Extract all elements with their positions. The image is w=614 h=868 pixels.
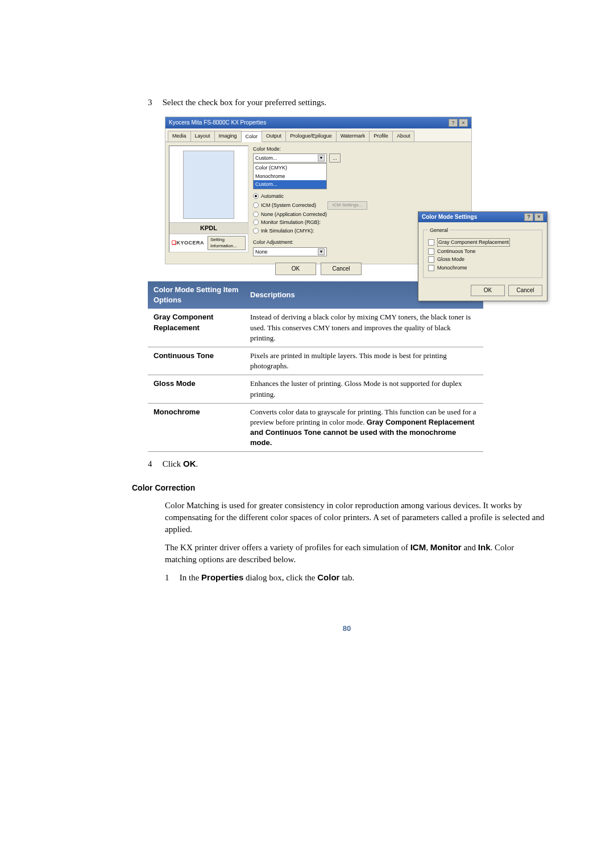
step-4-ok: OK	[183, 459, 196, 468]
color-mode-settings-dialog: Color Mode Settings ? × General Gray Com…	[418, 211, 547, 301]
table-row: Gloss Mode Enhances the luster of printi…	[148, 375, 483, 403]
color-mode-label: Color Mode:	[253, 146, 468, 153]
properties-dialog: Kyocera Mita FS-8000C KX Properties ? × …	[165, 117, 472, 264]
preview-pane: KPDL ❑KYOCERA Setting Information...	[169, 146, 248, 252]
cancel-button[interactable]: Cancel	[321, 263, 362, 275]
right-pane: Color Mode: Custom... ▼ Color (CMYK) Mon…	[248, 146, 468, 252]
close-icon[interactable]: ×	[459, 119, 468, 127]
checkbox-icon	[428, 248, 434, 255]
radio-dot-icon	[253, 228, 259, 234]
desc-ct: Pixels are printed in multiple layers. T…	[244, 347, 483, 375]
inner-titlebar: Color Mode Settings ? ×	[418, 212, 547, 222]
description-table: Color Mode Setting Item Options Descript…	[148, 281, 483, 452]
pdl-label: KPDL	[169, 222, 248, 234]
tab-color[interactable]: Color	[241, 131, 263, 142]
table-row: Gray Component Replacement Instead of de…	[148, 309, 483, 347]
radio-automatic[interactable]: Automatic	[253, 193, 468, 200]
step-4-prefix: Click	[163, 459, 183, 468]
preview-doc	[183, 151, 234, 219]
chk-gray-component-replacement[interactable]: Gray Component Replacement	[428, 238, 537, 247]
tab-profile[interactable]: Profile	[369, 131, 393, 142]
color-mode-value: Custom...	[255, 155, 277, 162]
radio-dot-icon	[253, 202, 259, 208]
desc-gcr: Instead of deriving a black color by mix…	[244, 309, 483, 347]
icm-settings-button[interactable]: ICM Settings...	[327, 201, 367, 210]
general-fieldset: General Gray Component Replacement Conti…	[423, 227, 542, 278]
step-4-suffix: .	[196, 459, 198, 468]
inner-titlebar-controls: ? ×	[524, 213, 544, 221]
table-row: Monochrome Converts color data to graysc…	[148, 403, 483, 452]
chevron-down-icon: ▼	[318, 155, 325, 161]
tab-imaging[interactable]: Imaging	[214, 131, 242, 142]
tab-about[interactable]: About	[392, 131, 415, 142]
ok-button[interactable]: OK	[275, 263, 316, 275]
dialog-buttons: OK Cancel	[275, 263, 362, 275]
th-options: Color Mode Setting Item Options	[148, 281, 244, 309]
screenshot-container: Kyocera Mita FS-8000C KX Properties ? × …	[165, 117, 546, 264]
tab-layout[interactable]: Layout	[190, 131, 215, 142]
opt-gcr: Gray Component Replacement	[148, 309, 244, 347]
checkbox-icon	[428, 256, 434, 263]
step-3-text: Select the check box for your preferred …	[163, 98, 326, 107]
help-icon[interactable]: ?	[524, 213, 533, 221]
step-1b-num: 1	[165, 572, 177, 584]
opt-ct: Continuous Tone	[148, 347, 244, 375]
chevron-down-icon: ▼	[318, 248, 325, 255]
chk-continuous-tone[interactable]: Continuous Tone	[428, 248, 537, 255]
color-mode-combo[interactable]: Custom... ▼	[253, 153, 327, 163]
checkbox-icon	[428, 239, 434, 246]
step-4: 4 Click OK.	[148, 458, 546, 470]
kyocera-logo: ❑KYOCERA	[172, 239, 204, 247]
combo-opt-mono[interactable]: Monochrome	[254, 172, 326, 181]
dialog-body: KPDL ❑KYOCERA Setting Information... Col…	[165, 142, 471, 256]
desc-gloss: Enhances the luster of printing. Gloss M…	[244, 375, 483, 403]
page-number: 80	[148, 624, 546, 634]
radio-dot-icon	[253, 193, 259, 199]
color-adjustment-value: None	[255, 248, 268, 256]
radio-dot-icon	[253, 211, 259, 217]
setting-information-button[interactable]: Setting Information...	[208, 236, 246, 250]
close-icon[interactable]: ×	[534, 213, 544, 221]
opt-mono: Monochrome	[148, 403, 244, 452]
tab-output[interactable]: Output	[262, 131, 286, 142]
color-correction-p1: Color Matching is used for greater consi…	[165, 500, 546, 535]
logo-row: ❑KYOCERA Setting Information...	[169, 234, 248, 251]
dialog-title: Kyocera Mita FS-8000C KX Properties	[169, 119, 266, 127]
chk-monochrome[interactable]: Monochrome	[428, 264, 537, 272]
combo-opt-cmyk[interactable]: Color (CMYK)	[254, 164, 326, 172]
tab-media[interactable]: Media	[168, 131, 191, 142]
inner-dialog-buttons: OK Cancel	[418, 283, 547, 301]
desc-mono: Converts color data to grayscale for pri…	[244, 403, 483, 452]
color-mode-ellipsis-button[interactable]: ...	[329, 153, 341, 163]
titlebar-controls: ? ×	[449, 119, 468, 127]
step-1-color-tab: 1 In the Properties dialog box, click th…	[165, 571, 546, 584]
tab-strip: Media Layout Imaging Color Output Prolog…	[165, 128, 471, 142]
step-4-num: 4	[148, 458, 160, 470]
color-correction-p2: The KX printer driver offers a variety o…	[165, 541, 546, 566]
opt-gloss: Gloss Mode	[148, 375, 244, 403]
radio-dot-icon	[253, 219, 259, 225]
step-3-num: 3	[148, 97, 160, 109]
radio-icm[interactable]: ICM (System Corrected)ICM Settings...	[253, 201, 468, 210]
inner-ok-button[interactable]: OK	[471, 285, 505, 296]
chk-gloss-mode[interactable]: Gloss Mode	[428, 256, 537, 263]
color-mode-list: Color (CMYK) Monochrome Custom...	[253, 163, 327, 189]
checkbox-icon	[428, 265, 434, 271]
inner-cancel-button[interactable]: Cancel	[508, 285, 542, 296]
tab-prologue[interactable]: Prologue/Epilogue	[285, 131, 337, 142]
titlebar: Kyocera Mita FS-8000C KX Properties ? ×	[165, 117, 471, 128]
table-row: Continuous Tone Pixels are printed in mu…	[148, 347, 483, 375]
color-adjustment-combo[interactable]: None ▼	[253, 247, 327, 256]
tab-watermark[interactable]: Watermark	[336, 131, 370, 142]
general-legend: General	[428, 227, 450, 234]
help-icon[interactable]: ?	[449, 119, 458, 127]
combo-opt-custom[interactable]: Custom...	[254, 180, 326, 189]
step-3: 3 Select the check box for your preferre…	[148, 97, 546, 109]
section-color-correction: Color Correction	[132, 483, 546, 494]
inner-title: Color Mode Settings	[422, 213, 477, 221]
